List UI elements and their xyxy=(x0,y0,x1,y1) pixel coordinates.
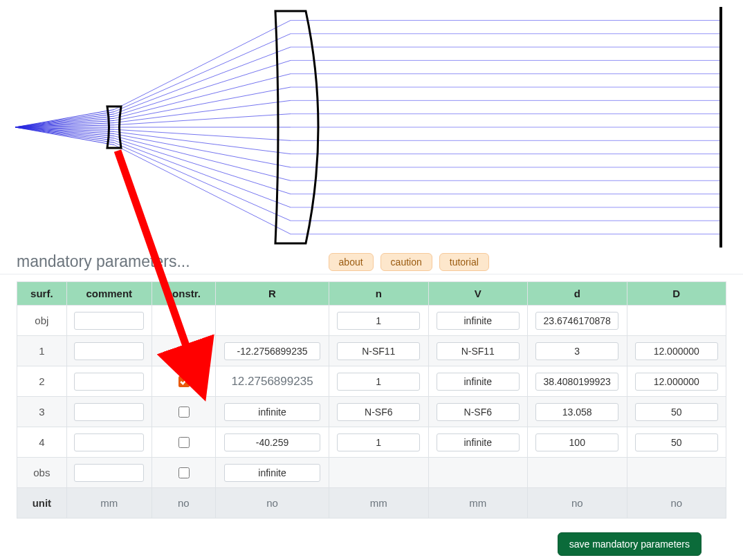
col-constr: constr. xyxy=(152,282,215,306)
D-cell xyxy=(627,397,726,427)
V-input[interactable] xyxy=(437,312,520,330)
D-cell xyxy=(627,366,726,397)
svg-line-46 xyxy=(114,142,291,221)
n-cell xyxy=(329,306,429,336)
comment-input[interactable] xyxy=(74,464,144,482)
table-header-row: surf. comment constr. R n V d D xyxy=(17,282,726,306)
d-cell xyxy=(528,306,627,336)
R-cell xyxy=(216,458,329,488)
comment-input[interactable] xyxy=(74,312,144,330)
svg-line-40 xyxy=(114,138,291,194)
comment-input[interactable] xyxy=(74,403,144,421)
unit-constr: no xyxy=(152,488,215,519)
comment-cell xyxy=(66,336,152,366)
n-input[interactable] xyxy=(337,433,420,451)
surf-cell: 4 xyxy=(17,427,67,458)
table-row: 1 xyxy=(17,336,726,366)
constr-checkbox[interactable] xyxy=(178,376,190,387)
d-cell xyxy=(528,397,627,427)
R-input[interactable] xyxy=(224,403,320,421)
V-cell xyxy=(428,336,528,366)
V-cell xyxy=(428,427,528,458)
unit-V: mm xyxy=(428,488,528,519)
surf-cell: 3 xyxy=(17,397,67,427)
D-cell xyxy=(627,458,726,488)
caution-button[interactable]: caution xyxy=(380,253,432,271)
constr-cell xyxy=(152,336,215,366)
table-row: obs xyxy=(17,458,726,488)
d-cell xyxy=(528,336,627,366)
comment-input[interactable] xyxy=(74,433,144,451)
D-cell xyxy=(627,336,726,366)
D-cell xyxy=(627,427,726,458)
constr-checkbox[interactable] xyxy=(178,437,190,448)
d-input[interactable] xyxy=(535,373,618,391)
R-cell: 12.2756899235 xyxy=(216,366,329,397)
col-V: V xyxy=(428,282,528,306)
unit-row: unitmmnonommmmnono xyxy=(17,488,726,519)
V-input[interactable] xyxy=(437,403,520,421)
d-input[interactable] xyxy=(535,312,618,330)
V-input[interactable] xyxy=(437,433,520,451)
comment-cell xyxy=(66,306,152,336)
constr-checkbox[interactable] xyxy=(178,407,190,418)
svg-line-48 xyxy=(15,127,114,145)
n-cell xyxy=(329,366,429,397)
V-input[interactable] xyxy=(437,373,520,391)
surf-cell: obj xyxy=(17,306,67,336)
n-cell xyxy=(329,427,429,458)
unit-R: no xyxy=(216,488,329,519)
d-cell xyxy=(528,366,627,397)
comment-input[interactable] xyxy=(74,342,144,360)
n-input[interactable] xyxy=(337,342,420,360)
V-cell xyxy=(428,366,528,397)
n-input[interactable] xyxy=(337,403,420,421)
D-cell xyxy=(627,306,726,336)
d-input[interactable] xyxy=(535,433,618,451)
D-input[interactable] xyxy=(635,373,718,391)
R-input[interactable] xyxy=(224,342,320,360)
d-input[interactable] xyxy=(535,342,618,360)
R-cell xyxy=(216,397,329,427)
d-input[interactable] xyxy=(535,403,618,421)
table-row: 212.2756899235 xyxy=(17,366,726,397)
surf-cell: obs xyxy=(17,458,67,488)
comment-cell xyxy=(66,458,152,488)
comment-cell xyxy=(66,366,152,397)
ray-diagram xyxy=(0,0,743,252)
pill-row: about caution tutorial xyxy=(329,253,489,271)
comment-cell xyxy=(66,397,152,427)
V-cell xyxy=(428,397,528,427)
about-button[interactable]: about xyxy=(329,253,374,271)
constr-cell xyxy=(152,366,215,397)
constr-checkbox[interactable] xyxy=(178,467,190,478)
surf-cell: 2 xyxy=(17,366,67,397)
V-input[interactable] xyxy=(437,342,520,360)
surf-cell: 1 xyxy=(17,336,67,366)
unit-d: no xyxy=(528,488,627,519)
n-cell xyxy=(329,336,429,366)
n-input[interactable] xyxy=(337,373,420,391)
D-input[interactable] xyxy=(635,342,718,360)
svg-line-10 xyxy=(114,60,291,116)
constr-cell xyxy=(152,427,215,458)
svg-line-4 xyxy=(114,34,291,112)
R-input[interactable] xyxy=(224,464,320,482)
D-input[interactable] xyxy=(635,403,718,421)
R-input[interactable] xyxy=(224,433,320,451)
col-d: d xyxy=(528,282,627,306)
title-row: mandatory parameters... about caution tu… xyxy=(0,252,743,274)
n-input[interactable] xyxy=(337,312,420,330)
D-input[interactable] xyxy=(635,433,718,451)
tutorial-button[interactable]: tutorial xyxy=(439,253,489,271)
unit-surf: unit xyxy=(17,488,67,519)
unit-comment: mm xyxy=(66,488,152,519)
save-button[interactable]: save mandatory parameters xyxy=(558,532,701,556)
comment-input[interactable] xyxy=(74,373,144,391)
d-cell xyxy=(528,427,627,458)
parameters-table: surf. comment constr. R n V d D obj1212.… xyxy=(17,281,726,519)
R-cell xyxy=(216,336,329,366)
section-title: mandatory parameters... xyxy=(17,252,218,271)
constr-cell xyxy=(152,306,215,336)
R-cell xyxy=(216,306,329,336)
